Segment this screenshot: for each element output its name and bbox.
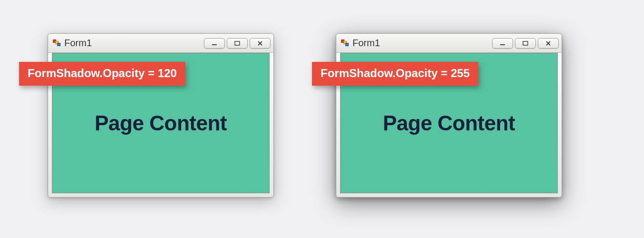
maximize-button[interactable] (227, 38, 248, 49)
window-buttons (204, 38, 271, 49)
opacity-callout: FormShadow.Opacity = 255 (312, 62, 478, 86)
form-window-1: Form1 Page Content (48, 33, 274, 198)
window-title: Form1 (64, 38, 204, 49)
app-icon (53, 40, 60, 47)
svg-rect-5 (523, 41, 528, 45)
comparison-container: Form1 Page Content FormShadow.Opacity = (0, 0, 644, 198)
page-content-label: Page Content (383, 111, 515, 135)
close-button[interactable] (250, 38, 271, 49)
titlebar[interactable]: Form1 (336, 34, 562, 53)
form-window-2: Form1 Page Content (336, 33, 562, 198)
minimize-button[interactable] (204, 38, 225, 49)
titlebar[interactable]: Form1 (48, 34, 273, 53)
window-title: Form1 (352, 38, 492, 49)
maximize-button[interactable] (515, 38, 536, 49)
svg-rect-1 (235, 41, 240, 45)
page-content-label: Page Content (95, 111, 227, 135)
app-icon (341, 40, 349, 47)
window-buttons (492, 38, 559, 49)
close-button[interactable] (538, 38, 559, 49)
minimize-button[interactable] (492, 38, 513, 49)
window-wrap-1: Form1 Page Content FormShadow.Opacity = (48, 33, 274, 198)
window-wrap-2: Form1 Page Content FormShadow.Opacity = (336, 33, 562, 198)
opacity-callout: FormShadow.Opacity = 120 (19, 62, 185, 86)
